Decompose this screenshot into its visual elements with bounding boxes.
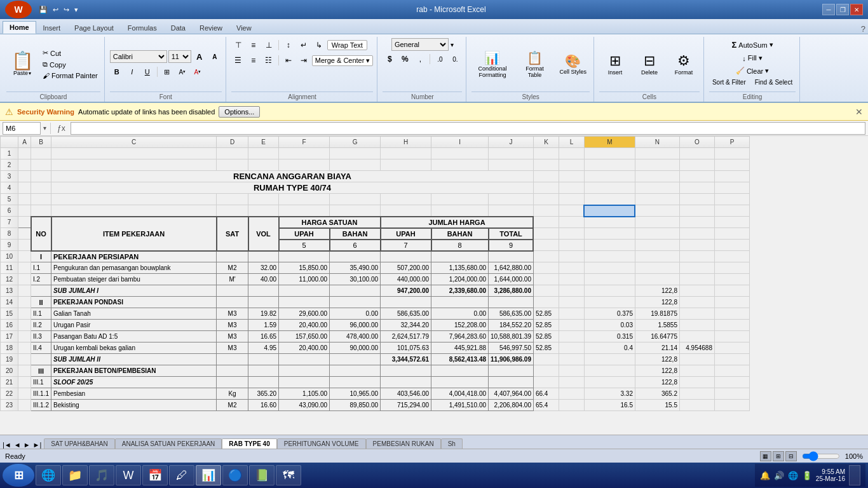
cell-p20[interactable] (714, 365, 749, 377)
cell-j19[interactable]: 11,906,986.09 (489, 354, 534, 365)
cell-a8[interactable] (18, 228, 31, 240)
cell-j8[interactable]: TOTAL (489, 228, 534, 240)
cell-g18[interactable]: 90,000.00 (330, 342, 381, 354)
cell-b1[interactable] (31, 148, 51, 159)
cell-c2[interactable] (51, 159, 217, 171)
copy-button[interactable]: ⧉ Copy (40, 59, 100, 70)
undo-quick-btn[interactable]: ↩ (51, 4, 60, 15)
cell-o11[interactable] (679, 262, 714, 274)
sheet-tab-rab-type40[interactable]: RAB TYPE 40 (222, 438, 276, 449)
cell-k19[interactable] (533, 354, 559, 365)
cell-f16[interactable]: 20,400.00 (279, 320, 330, 331)
cell-b2[interactable] (31, 159, 51, 171)
taskbar-media-btn[interactable]: 🎵 (89, 465, 114, 485)
cell-n19[interactable]: 122,8 (635, 354, 679, 365)
cell-m15[interactable]: 0.375 (584, 308, 635, 320)
cell-l1[interactable] (559, 148, 584, 159)
cell-o7[interactable] (679, 217, 714, 228)
cell-f18[interactable]: 20,400.00 (279, 342, 330, 354)
cell-p8[interactable] (714, 228, 749, 240)
cell-c11[interactable]: Pengukuran dan pemasangan bouwplank (51, 262, 217, 274)
col-header-c[interactable]: C (51, 137, 217, 148)
cell-e18[interactable]: 4.95 (248, 342, 279, 354)
cell-l16[interactable] (559, 320, 584, 331)
cell-i12[interactable]: 1,204,000.00 (431, 274, 489, 285)
cell-d7[interactable]: SAT (217, 217, 248, 251)
cell-g8[interactable]: BAHAN (330, 228, 381, 240)
cell-e6[interactable] (248, 205, 279, 217)
cell-c1[interactable] (51, 148, 217, 159)
cell-f22[interactable]: 1,105.00 (279, 388, 330, 400)
format-painter-button[interactable]: 🖌 Format Painter (40, 71, 100, 81)
cell-j23[interactable]: 2,206,804.00 (489, 400, 534, 411)
cell-b11[interactable]: I.1 (31, 262, 51, 274)
cell-d14[interactable] (217, 297, 248, 308)
cell-k22[interactable]: 66.4 (533, 388, 559, 400)
tab-home[interactable]: Home (3, 21, 36, 34)
cell-n11[interactable] (635, 262, 679, 274)
cell-p6[interactable] (714, 205, 749, 217)
cell-g10[interactable] (330, 251, 381, 262)
cell-h19[interactable]: 3,344,572.61 (381, 354, 431, 365)
percent-btn[interactable]: % (398, 53, 412, 65)
paste-button[interactable]: 📋 Paste ▾ (6, 45, 38, 83)
taskbar-excel2-btn[interactable]: 📗 (249, 465, 275, 485)
row-num-17[interactable]: 17 (1, 331, 18, 342)
cell-p11[interactable] (714, 262, 749, 274)
col-header-d[interactable]: D (217, 137, 248, 148)
cell-e17[interactable]: 16.65 (248, 331, 279, 342)
cell-l13[interactable] (559, 285, 584, 297)
cell-k21[interactable] (533, 377, 559, 388)
cell-h13[interactable]: 947,200.00 (381, 285, 431, 297)
systray-icon2[interactable]: 🔊 (774, 471, 784, 480)
cell-l15[interactable] (559, 308, 584, 320)
systray-icon4[interactable]: 🔋 (802, 471, 812, 480)
cell-f12[interactable]: 11,000.00 (279, 274, 330, 285)
cell-p12[interactable] (714, 274, 749, 285)
ribbon-help-icon[interactable]: ? (861, 24, 865, 34)
currency-btn[interactable]: $ (383, 53, 397, 65)
tab-review[interactable]: Review (193, 22, 229, 34)
cell-f19[interactable] (279, 354, 330, 365)
align-bottom-btn[interactable]: ⊥ (262, 39, 276, 51)
cell-f10[interactable] (279, 251, 330, 262)
start-button[interactable]: ⊞ (3, 464, 34, 487)
row-num-6[interactable]: 6 (1, 205, 18, 217)
cell-c19[interactable]: SUB JUMLAH II (51, 354, 217, 365)
cell-e1[interactable] (248, 148, 279, 159)
close-button[interactable]: ✕ (850, 4, 863, 15)
cell-p7[interactable] (714, 217, 749, 228)
cell-m4[interactable] (584, 182, 635, 194)
redo-quick-btn[interactable]: ↪ (62, 4, 71, 15)
cell-c6[interactable] (51, 205, 217, 217)
cell-c15[interactable]: Galian Tanah (51, 308, 217, 320)
decrease-indent-btn[interactable]: ⇤ (281, 54, 295, 67)
cell-g20[interactable] (330, 365, 381, 377)
cell-h2[interactable] (381, 159, 431, 171)
row-num-2[interactable]: 2 (1, 159, 18, 171)
cell-o9[interactable] (679, 240, 714, 251)
cell-h8[interactable]: UPAH (381, 228, 431, 240)
sheet-nav-last[interactable]: ►| (33, 441, 42, 449)
cell-m23[interactable]: 16.5 (584, 400, 635, 411)
cell-f21[interactable] (279, 377, 330, 388)
cell-n3[interactable] (635, 171, 679, 182)
cell-h14[interactable] (381, 297, 431, 308)
cell-m9[interactable] (584, 240, 635, 251)
cell-c4[interactable]: RUMAH TYPE 40/74 (51, 182, 534, 194)
taskbar-explorer-btn[interactable]: 📁 (62, 465, 88, 485)
cell-k18[interactable]: 52.85 (533, 342, 559, 354)
cell-b15[interactable]: II.1 (31, 308, 51, 320)
cell-l11[interactable] (559, 262, 584, 274)
cell-reference-input[interactable] (3, 122, 41, 135)
cell-o15[interactable] (679, 308, 714, 320)
cell-a1[interactable] (18, 148, 31, 159)
cell-d18[interactable]: M3 (217, 342, 248, 354)
cell-a5[interactable] (18, 194, 31, 205)
cell-b3[interactable] (31, 171, 51, 182)
cell-d6[interactable] (217, 205, 248, 217)
align-left-btn[interactable]: ☰ (231, 54, 245, 67)
sheet-tab-pembesian[interactable]: PEMBESIAN RUKAN (366, 438, 441, 449)
cell-p23[interactable] (714, 400, 749, 411)
cell-p19[interactable] (714, 354, 749, 365)
